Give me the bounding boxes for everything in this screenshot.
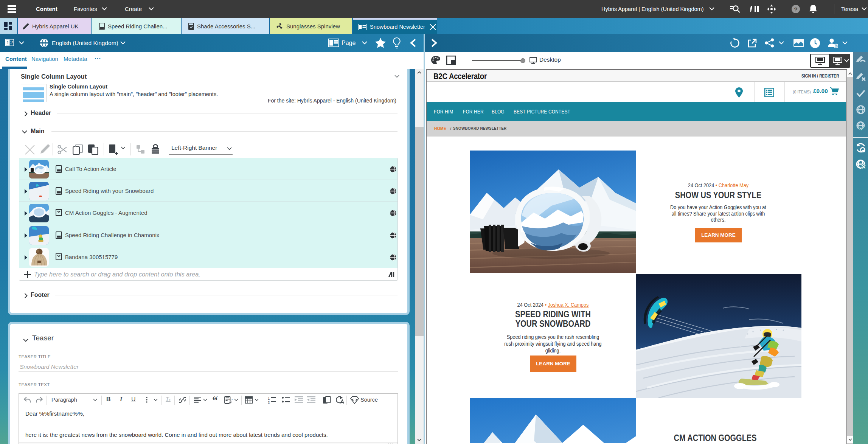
svg-text:<>: <> — [229, 398, 233, 401]
svg-text:2: 2 — [268, 400, 270, 404]
svg-text:1: 1 — [6, 40, 9, 45]
svg-text:?: ? — [794, 6, 797, 12]
svg-text:2: 2 — [10, 40, 13, 45]
